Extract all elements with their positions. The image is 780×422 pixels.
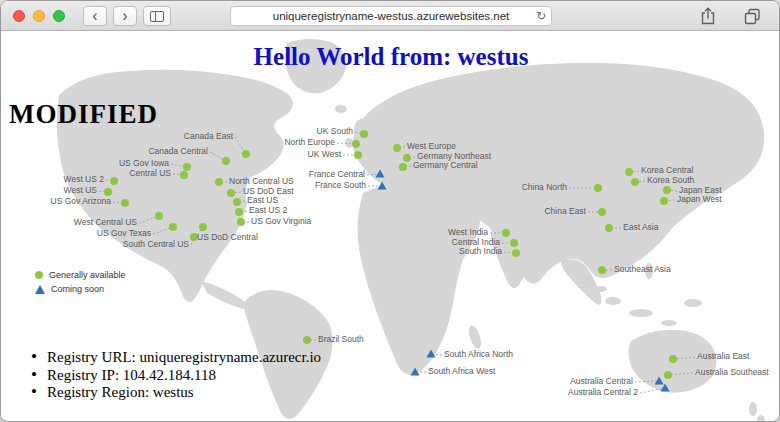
new-zealand-south bbox=[757, 415, 765, 422]
share-button[interactable] bbox=[697, 5, 719, 27]
region-marker-us-gov-texas bbox=[169, 223, 177, 231]
region-label-us-gov-iowa: US Gov Iowa bbox=[119, 158, 169, 168]
region-marker-us-dod-east bbox=[227, 189, 235, 197]
region-label-south-africa-west: South Africa West bbox=[428, 366, 496, 376]
region-label-australia-southeast: Australia Southeast bbox=[695, 367, 769, 377]
sidebar-toggle-button[interactable] bbox=[143, 6, 171, 26]
traffic-lights bbox=[13, 10, 65, 22]
region-marker-japan-east bbox=[663, 186, 671, 194]
url-text: uniqueregistryname-westus.azurewebsites.… bbox=[273, 10, 510, 22]
region-marker-us-gov-virginia bbox=[237, 218, 245, 226]
region-marker-australia-southeast bbox=[664, 371, 672, 379]
registry-info-list: Registry URL: uniqueregistryname.azurecr… bbox=[31, 349, 321, 402]
region-marker-canada-east bbox=[242, 150, 250, 158]
page-content: Canada EastCanada CentralUS Gov IowaCent… bbox=[1, 31, 780, 422]
region-marker-west-europe bbox=[393, 144, 401, 152]
region-label-canada-east: Canada East bbox=[184, 131, 234, 141]
region-marker-southeast-asia bbox=[598, 266, 606, 274]
region-label-korea-central: Korea Central bbox=[641, 165, 694, 175]
continent-africa bbox=[357, 185, 479, 375]
region-label-australia-east: Australia East bbox=[697, 351, 750, 361]
close-button[interactable] bbox=[13, 10, 25, 22]
region-marker-west-us-2 bbox=[110, 177, 118, 185]
region-label-australia-central: Australia Central bbox=[570, 376, 633, 386]
new-zealand-north bbox=[749, 402, 757, 416]
region-label-brazil-south: Brazil South bbox=[318, 334, 364, 344]
island-borneo bbox=[605, 297, 621, 305]
region-label-east-us: East US bbox=[247, 195, 279, 205]
registry-ip-item: Registry IP: 104.42.184.118 bbox=[31, 367, 321, 385]
region-label-australia-central-2: Australia Central 2 bbox=[568, 387, 638, 397]
map-legend: Generally available Coming soon bbox=[35, 268, 126, 296]
region-label-uk-south: UK South bbox=[317, 126, 354, 136]
nav-buttons: ‹ › bbox=[83, 6, 137, 26]
toolbar-right-icons bbox=[697, 5, 763, 27]
region-label-north-europe: North Europe bbox=[284, 137, 335, 147]
region-label-west-us-2: West US 2 bbox=[64, 174, 105, 184]
region-label-east-asia: East Asia bbox=[623, 222, 659, 232]
region-label-canada-central: Canada Central bbox=[148, 146, 208, 156]
region-marker-north-central-us bbox=[215, 178, 223, 186]
refresh-icon[interactable]: ↻ bbox=[536, 8, 546, 25]
region-marker-japan-west bbox=[660, 197, 668, 205]
central-america bbox=[201, 281, 247, 309]
region-label-korea-south: Korea South bbox=[647, 175, 695, 185]
region-marker-central-india bbox=[510, 239, 518, 247]
legend-label-ga: Generally available bbox=[49, 270, 126, 280]
region-marker-uk-west bbox=[354, 151, 362, 159]
browser-toolbar: ‹ › uniqueregistryname-westus.azurewebsi… bbox=[1, 1, 779, 31]
region-marker-uk-south bbox=[360, 130, 368, 138]
registry-url-item: Registry URL: uniqueregistryname.azurecr… bbox=[31, 349, 321, 367]
region-label-west-europe: West Europe bbox=[407, 141, 456, 151]
page-heading: Hello World from: westus bbox=[1, 43, 780, 71]
island-sulawesi bbox=[661, 320, 677, 326]
madagascar bbox=[467, 324, 484, 350]
region-label-france-central: France Central bbox=[309, 169, 365, 179]
ireland bbox=[345, 138, 353, 148]
generally-available-dot-icon bbox=[35, 271, 43, 279]
island-new-guinea bbox=[684, 299, 702, 307]
forward-button[interactable]: › bbox=[113, 6, 137, 26]
region-marker-east-us bbox=[233, 198, 241, 206]
region-label-us-gov-virginia: US Gov Virginia bbox=[251, 216, 312, 226]
address-bar[interactable]: uniqueregistryname-westus.azurewebsites.… bbox=[230, 6, 552, 26]
region-marker-us-gov-arizona bbox=[121, 199, 129, 207]
region-marker-korea-south bbox=[631, 178, 639, 186]
region-label-west-central-us: West Central US bbox=[74, 217, 137, 227]
fullscreen-button[interactable] bbox=[53, 10, 65, 22]
region-label-japan-west: Japan West bbox=[677, 194, 722, 204]
iceland bbox=[335, 105, 347, 113]
region-marker-brazil-south bbox=[303, 336, 311, 344]
region-label-central-us: Central US bbox=[129, 168, 171, 178]
region-marker-korea-central bbox=[625, 168, 633, 176]
region-marker-east-us-2 bbox=[235, 208, 243, 216]
region-marker-australia-east bbox=[669, 355, 677, 363]
sidebar-icon bbox=[150, 11, 164, 22]
region-label-us-dod-central: US DoD Central bbox=[197, 232, 258, 242]
region-marker-canada-central bbox=[222, 157, 230, 165]
legend-row-ga: Generally available bbox=[35, 268, 126, 282]
region-label-south-central-us: South Central US bbox=[123, 239, 189, 249]
region-marker-germany-northeast bbox=[403, 154, 411, 162]
region-marker-west-india bbox=[502, 229, 510, 237]
region-label-east-us-2: East US 2 bbox=[249, 205, 288, 215]
show-all-tabs-button[interactable] bbox=[741, 5, 763, 27]
region-label-southeast-asia: Southeast Asia bbox=[614, 264, 671, 274]
region-marker-china-north bbox=[594, 184, 602, 192]
region-marker-north-europe bbox=[352, 140, 360, 148]
minimize-button[interactable] bbox=[33, 10, 45, 22]
back-button[interactable]: ‹ bbox=[83, 6, 107, 26]
island-java bbox=[629, 309, 653, 317]
region-label-germany-central: Germany Central bbox=[413, 160, 478, 170]
region-label-west-india: West India bbox=[448, 227, 488, 237]
region-marker-south-india bbox=[512, 249, 520, 257]
island-sumatra bbox=[595, 286, 607, 292]
region-label-france-south: France South bbox=[315, 180, 366, 190]
share-icon bbox=[699, 6, 717, 26]
modified-label: MODIFIED bbox=[9, 99, 158, 130]
region-marker-east-asia bbox=[605, 224, 613, 232]
region-marker-west-us bbox=[104, 188, 112, 196]
region-marker-china-east bbox=[598, 208, 606, 216]
region-label-south-africa-north: South Africa North bbox=[444, 349, 513, 359]
region-marker-germany-central bbox=[399, 163, 407, 171]
